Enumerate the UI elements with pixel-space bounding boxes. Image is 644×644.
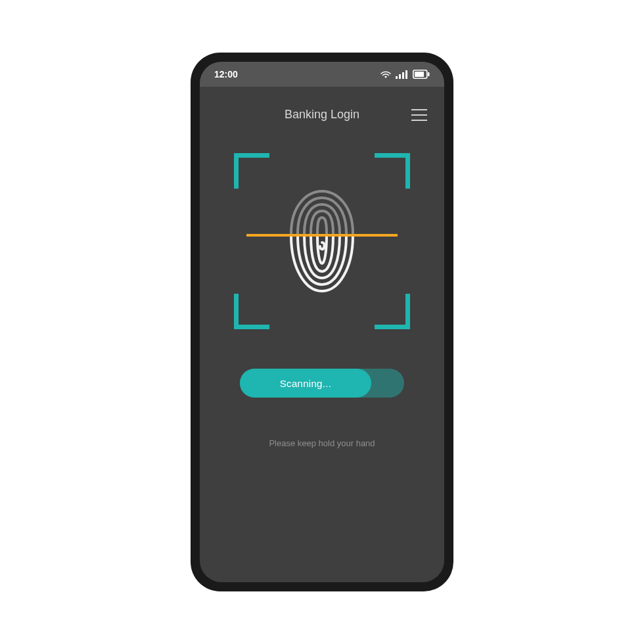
status-time: 12:00 [214,69,238,80]
signal-icon [396,70,409,79]
app-header: Banking Login [200,87,444,135]
fingerprint-scan-area[interactable] [234,153,410,329]
menu-icon [411,109,427,110]
scanning-button[interactable]: Scanning... [240,369,371,398]
phone-screen: 12:00 [200,62,444,582]
svg-rect-6 [428,72,430,76]
scan-frame-corner [234,294,269,329]
page-title: Banking Login [285,108,359,122]
scan-frame-corner [234,153,269,189]
menu-button[interactable] [411,109,427,121]
scan-frame-corner [375,153,410,189]
svg-rect-3 [405,70,407,79]
battery-icon [413,70,430,79]
status-right [380,70,430,79]
fingerprint-icon [273,182,371,300]
scan-line [246,234,398,237]
svg-rect-1 [399,74,401,79]
svg-rect-5 [415,72,424,77]
wifi-icon [380,70,392,79]
phone-frame: 12:00 [191,53,453,591]
scan-frame-corner [375,294,410,329]
scanning-progress-track: Scanning... [240,369,404,398]
scanning-label: Scanning... [280,378,331,389]
svg-rect-2 [402,72,404,79]
hint-text: Please keep hold your hand [200,438,444,448]
status-bar: 12:00 [200,62,444,87]
svg-rect-0 [396,76,398,79]
